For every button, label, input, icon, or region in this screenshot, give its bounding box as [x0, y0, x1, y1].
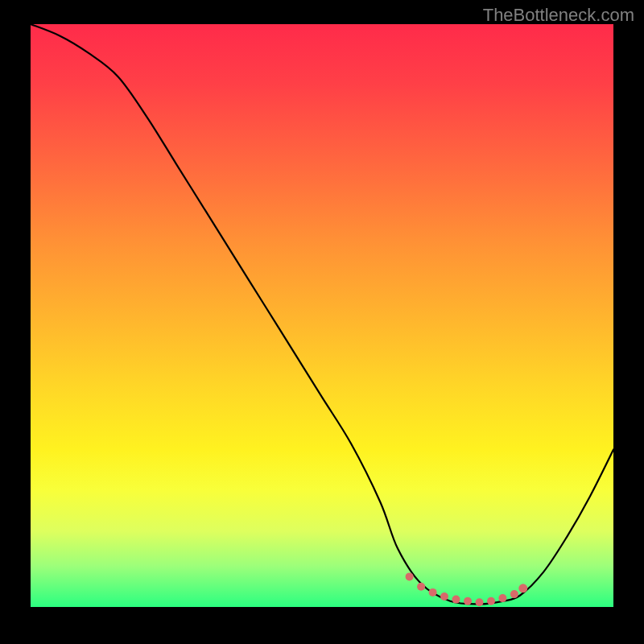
chart-plot-area [31, 24, 613, 607]
chart-background-gradient [31, 24, 613, 607]
watermark-text: TheBottleneck.com [483, 5, 634, 26]
